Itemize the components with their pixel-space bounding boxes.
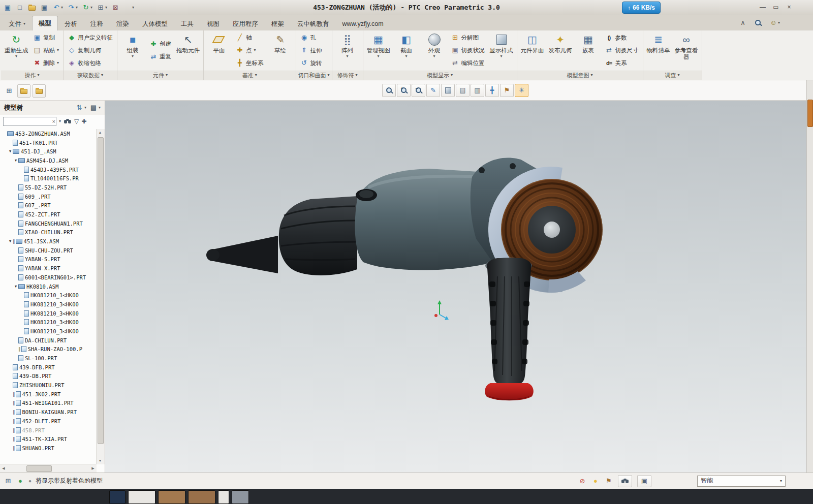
tree-item[interactable]: ∥458.PRT <box>0 426 97 435</box>
canvas-vscroll-thumb[interactable] <box>807 100 813 127</box>
tab-file[interactable]: 文件▾ <box>2 17 32 30</box>
tree-item[interactable]: ∥451-TK-XIA.PRT <box>0 434 97 444</box>
tree-item[interactable]: HK081210_3<HK00 <box>0 309 97 318</box>
tree-item[interactable]: 439-DFB.PRT <box>0 363 97 372</box>
canvas-vertical-scrollbar[interactable] <box>806 80 813 472</box>
annotation-display-button[interactable]: ⚑ <box>500 84 514 97</box>
ribbon-family-table-button[interactable]: ▦族表 <box>575 32 602 70</box>
tree-item[interactable]: SHU-CHU-ZOU.PRT <box>0 246 97 255</box>
tree-item[interactable]: XIAO-CHILUN.PRT <box>0 228 97 237</box>
ribbon-display-style-button[interactable]: 显示样式▾ <box>488 32 515 70</box>
expand-arrow-icon[interactable]: ▼ <box>13 285 18 289</box>
ribbon-toggle-status-button[interactable]: ▣切换状况 <box>449 44 487 56</box>
minimize-ribbon-button[interactable]: ∧ <box>737 18 748 28</box>
tree-item[interactable]: 6001<BEARING01>.PRT <box>0 273 97 282</box>
ribbon-copy-button[interactable]: ▣复制 <box>31 32 61 44</box>
ribbon-revolve-button[interactable]: ↺旋转 <box>298 57 324 69</box>
group-label-component[interactable]: 元件▾ <box>117 71 203 80</box>
tree-item[interactable]: HK081210_3<HK00 <box>0 300 97 309</box>
group-label-modifiers[interactable]: 修饰符▾ <box>332 71 363 80</box>
taskbar-thumbnail-0[interactable] <box>109 490 126 504</box>
tree-item[interactable]: 453-ZONGZHUAN.ASM <box>0 129 97 138</box>
ribbon-bom-button[interactable]: ≣物料清单 <box>645 32 672 70</box>
ribbon-edit-position-button[interactable]: ⇄编辑位置 <box>449 57 487 69</box>
tree-item[interactable]: ▼∥451-JSX.ASM <box>0 237 97 246</box>
tree-item[interactable]: SL-100.PRT <box>0 354 97 363</box>
tree-item[interactable]: ▼HK0810.ASM <box>0 282 97 291</box>
tab-model[interactable]: 模型 <box>32 16 58 30</box>
undo-button[interactable]: ↶▾ <box>51 3 65 13</box>
ribbon-appearance-button[interactable]: 外观▾ <box>421 32 448 70</box>
expand-all-icon[interactable]: ✚ <box>81 118 86 125</box>
expand-arrow-icon[interactable]: ▼ <box>8 239 13 243</box>
tab-analysis[interactable]: 分析 <box>58 17 84 30</box>
selection-filter-dropdown[interactable]: 智能 ▾ <box>697 476 786 487</box>
group-label-investigate[interactable]: 调查▾ <box>643 71 702 80</box>
display-style-toggle-button[interactable] <box>441 84 455 97</box>
tab-annotate[interactable]: 注释 <box>84 17 110 30</box>
navigator-toggle-button[interactable]: ⊞ <box>3 85 15 97</box>
ribbon-csys-button[interactable]: ╋坐标系 <box>234 57 266 69</box>
tree-item[interactable]: YABAN-X.PRT <box>0 264 97 273</box>
redo-button[interactable]: ↷▾ <box>66 3 79 13</box>
tree-item[interactable]: 452-ZCT.PRT <box>0 210 97 219</box>
windows-button[interactable]: ⊞▾ <box>95 3 109 13</box>
csys-triad[interactable] <box>434 300 449 320</box>
tab-manikin[interactable]: 人体模型 <box>136 17 174 30</box>
tab-tools[interactable]: 工具 <box>174 17 200 30</box>
side-handle[interactable] <box>485 258 532 386</box>
ribbon-component-interface-button[interactable]: ◫元件界面 <box>519 32 546 70</box>
tree-item[interactable]: 607_.PRT <box>0 201 97 210</box>
filter-icon[interactable]: ▽ <box>74 118 79 125</box>
graphics-area[interactable] <box>105 101 807 472</box>
tree-item[interactable]: ▼ASM454-DJ.ASM <box>0 156 97 165</box>
zoom-fit-button[interactable] <box>382 84 396 97</box>
taskbar-thumbnail-1[interactable] <box>128 490 155 504</box>
new-button[interactable]: □ <box>14 3 25 13</box>
tree-hscroll-thumb[interactable] <box>26 465 52 472</box>
clipboard-tool-button[interactable]: ▣ <box>637 475 651 487</box>
spin-center-button[interactable]: ✳ <box>515 84 528 97</box>
folder-browser-button[interactable] <box>17 84 30 98</box>
tree-item[interactable]: ▼451-DJ_.ASM <box>0 147 97 156</box>
customize-button[interactable]: ▾ <box>122 3 136 13</box>
tree-item[interactable]: DA-CHILUN.PRT <box>0 336 97 345</box>
ribbon-reference-viewer-button[interactable]: ∞参考查看器 <box>673 32 700 70</box>
scroll-up-icon[interactable]: ▲ <box>97 129 104 136</box>
group-label-cut-surface[interactable]: 切口和曲面▾ <box>296 71 332 80</box>
tree-item[interactable]: FANGCHENGHUAN1.PRT <box>0 219 97 228</box>
network-speed-badge[interactable]: ↑ 66 KB/s <box>622 2 661 14</box>
spindle-nose[interactable] <box>206 236 278 273</box>
ribbon-axis-button[interactable]: ╱轴 <box>234 32 266 44</box>
favorites-button[interactable] <box>33 84 46 98</box>
open-button[interactable] <box>26 3 38 13</box>
ribbon-hole-button[interactable]: ◉孔 <box>298 32 324 44</box>
tree-item[interactable]: ∥451-JK02.PRT <box>0 390 97 399</box>
scroll-left-icon[interactable]: ◀ <box>0 465 7 472</box>
ribbon-exploded-button[interactable]: ⊞分解图 <box>449 32 487 44</box>
tree-item[interactable]: 454DJ-439FS.PRT <box>0 165 97 174</box>
tree-vscroll-thumb[interactable] <box>98 137 104 444</box>
ribbon-section-button[interactable]: ◧截面▾ <box>393 32 420 70</box>
group-label-datum[interactable]: 基准▾ <box>204 71 296 80</box>
tree-filters-button[interactable]: ⇅ ▾ <box>75 104 86 112</box>
tree-search-input[interactable] <box>3 117 56 126</box>
expand-arrow-icon[interactable]: ▼ <box>13 159 18 163</box>
search-options-icon[interactable]: ▾ <box>59 119 61 123</box>
alerts-button[interactable]: ⊘ <box>578 477 586 485</box>
clear-search-icon[interactable]: × <box>52 117 55 125</box>
zoom-in-button[interactable]: + <box>397 84 411 97</box>
tree-item[interactable]: 451-TK01.PRT <box>0 138 97 147</box>
navigator-status-button[interactable]: ⊞ <box>4 477 12 485</box>
taskbar-thumbnail-4[interactable] <box>218 490 229 504</box>
datum-display-filters-button[interactable]: ╋ <box>485 84 499 97</box>
ribbon-assemble-button[interactable]: ■组装▾ <box>119 32 146 70</box>
tree-item[interactable]: HK081210_3<HK00 <box>0 318 97 327</box>
motor-housing[interactable] <box>279 196 357 275</box>
ribbon-extrude-button[interactable]: ⇑拉伸 <box>298 44 324 56</box>
tree-item[interactable]: HK081210_1<HK00 <box>0 291 97 300</box>
group-label-model-intent[interactable]: 模型意图▾ <box>517 71 643 80</box>
ribbon-regenerate-button[interactable]: ↻重新生成▾ <box>3 32 29 70</box>
tab-yzf-site[interactable]: www.yzfjy.com <box>336 17 390 30</box>
flag-marker-button[interactable]: ⚑ <box>605 477 613 485</box>
